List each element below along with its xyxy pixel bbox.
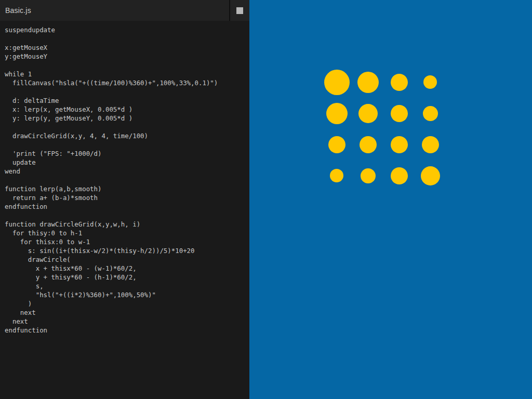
code-area[interactable]: suspendupdate x:getMouseXy:getMouseY whi… xyxy=(0,21,249,399)
code-line[interactable] xyxy=(5,34,249,43)
code-line[interactable]: next xyxy=(5,308,249,317)
grid-circle xyxy=(391,105,408,122)
code-line[interactable]: update xyxy=(5,158,249,167)
code-line[interactable]: 'print ("FPS: "+1000/d) xyxy=(5,149,249,158)
code-line[interactable]: while 1 xyxy=(5,70,249,78)
code-line[interactable]: suspendupdate xyxy=(5,25,249,34)
grid-circle xyxy=(391,136,408,153)
code-line[interactable]: wend xyxy=(5,167,249,176)
grid-circle xyxy=(328,136,345,153)
code-line[interactable] xyxy=(5,176,249,184)
code-line[interactable] xyxy=(5,211,249,220)
grid-circle xyxy=(330,169,343,182)
code-line[interactable]: fillCanvas("hsla("+((time/100)%360)+",10… xyxy=(5,78,249,87)
grid-circle xyxy=(422,136,439,153)
code-line[interactable]: x + thisx*60 - (w-1)*60/2, xyxy=(5,264,249,273)
code-line[interactable] xyxy=(5,61,249,70)
code-line[interactable] xyxy=(5,140,249,149)
code-line[interactable]: x:getMouseX xyxy=(5,43,249,52)
code-line[interactable]: return a+ (b-a)*smooth xyxy=(5,193,249,202)
code-line[interactable]: drawCircle( xyxy=(5,255,249,264)
editor-title-bar: Basic.js xyxy=(0,0,249,21)
editor-panel: Basic.js suspendupdate x:getMouseXy:getM… xyxy=(0,0,249,399)
stop-button[interactable] xyxy=(230,0,249,21)
grid-circle xyxy=(423,106,438,121)
code-line[interactable]: y + thisy*60 - (h-1)*60/2, xyxy=(5,273,249,282)
stop-icon xyxy=(236,7,243,14)
code-line[interactable]: y: lerp(y, getMouseY, 0.005*d ) xyxy=(5,114,249,123)
code-line[interactable] xyxy=(5,123,249,131)
code-line[interactable]: for thisx:0 to w-1 xyxy=(5,237,249,246)
grid-circle xyxy=(361,168,376,183)
grid-circle xyxy=(423,75,437,89)
code-line[interactable]: next xyxy=(5,317,249,326)
code-line[interactable]: s: sin((i+(thisx-w/2)*(thisy-h/2))/5)*10… xyxy=(5,246,249,255)
grid-circle xyxy=(421,166,440,185)
code-line[interactable] xyxy=(5,87,249,96)
code-line[interactable]: d: deltaTime xyxy=(5,96,249,105)
grid-circle xyxy=(357,72,379,93)
code-line[interactable]: endfunction xyxy=(5,326,249,335)
grid-circle xyxy=(391,167,408,184)
code-line[interactable]: drawCircleGrid(x,y, 4, 4, time/100) xyxy=(5,131,249,140)
code-line[interactable]: y:getMouseY xyxy=(5,52,249,61)
grid-circle xyxy=(358,104,378,123)
grid-circle xyxy=(324,70,350,95)
code-line[interactable]: "hsl("+((i*2)%360)+",100%,50%)" xyxy=(5,290,249,299)
code-line[interactable]: function drawCircleGrid(x,y,w,h, i) xyxy=(5,220,249,229)
grid-circle xyxy=(326,103,348,124)
code-line[interactable]: for thisy:0 to h-1 xyxy=(5,229,249,237)
code-line[interactable]: ) xyxy=(5,299,249,308)
file-title: Basic.js xyxy=(0,0,229,21)
grid-circle xyxy=(360,136,377,153)
run-canvas[interactable] xyxy=(249,0,532,399)
code-line[interactable]: endfunction xyxy=(5,202,249,211)
grid-circle xyxy=(391,74,408,91)
code-line[interactable]: function lerp(a,b,smooth) xyxy=(5,184,249,193)
code-line[interactable]: s, xyxy=(5,282,249,290)
code-line[interactable]: x: lerp(x, getMouseX, 0.005*d ) xyxy=(5,105,249,114)
